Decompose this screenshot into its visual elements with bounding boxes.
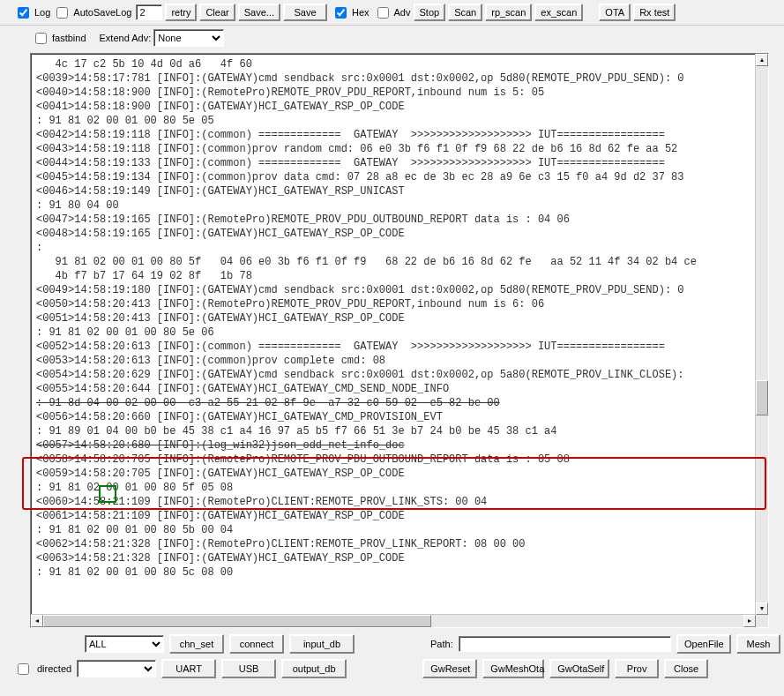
adv-checkbox[interactable] xyxy=(377,7,389,19)
scroll-corner xyxy=(756,615,768,627)
log-pane: 4c 17 c2 5b 10 4d 0d a6 4f 60 <0039>14:5… xyxy=(30,53,769,628)
horizontal-scrollbar[interactable]: ◂ ▸ xyxy=(31,614,756,627)
all-select[interactable]: ALL xyxy=(85,635,164,653)
input-db-button[interactable]: input_db xyxy=(289,634,355,654)
save-button[interactable]: Save xyxy=(283,4,327,21)
scroll-left-button[interactable]: ◂ xyxy=(31,615,43,627)
log-content[interactable]: 4c 17 c2 5b 10 4d 0d a6 4f 60 <0039>14:5… xyxy=(31,54,756,615)
fastbind-checkbox[interactable] xyxy=(35,33,47,44)
rx-test-button[interactable]: Rx test xyxy=(633,4,676,21)
gwotaself-button[interactable]: GwOtaSelf xyxy=(549,659,609,678)
stop-button[interactable]: Stop xyxy=(414,4,446,21)
ota-button[interactable]: OTA xyxy=(599,4,631,21)
scroll-thumb-vertical[interactable] xyxy=(756,380,768,415)
close-button[interactable]: Close xyxy=(664,659,708,678)
path-label: Path: xyxy=(430,639,453,649)
extend-adv-label: Extend Adv: xyxy=(100,33,152,43)
chn-set-button[interactable]: chn_set xyxy=(169,634,224,654)
gwmeshota-button[interactable]: GwMeshOta xyxy=(482,659,544,678)
fastbind-label: fastbind xyxy=(52,33,86,43)
hex-checkbox[interactable] xyxy=(335,7,347,19)
log-label: Log xyxy=(34,7,50,18)
scroll-up-button[interactable]: ▴ xyxy=(756,54,768,66)
directed-label: directed xyxy=(37,663,71,674)
rp-scan-button[interactable]: rp_scan xyxy=(485,4,532,21)
vertical-scrollbar[interactable]: ▴ ▾ xyxy=(755,54,768,615)
prov-button[interactable]: Prov xyxy=(615,659,659,678)
scroll-thumb-horizontal[interactable] xyxy=(43,615,431,627)
autosave-checkbox[interactable] xyxy=(56,7,68,19)
output-db-button[interactable]: output_db xyxy=(281,659,347,678)
gwreset-button[interactable]: GwReset xyxy=(422,659,477,678)
mesh-button[interactable]: Mesh xyxy=(736,634,780,654)
hex-label: Hex xyxy=(352,7,370,18)
directed-select[interactable] xyxy=(77,660,156,677)
retry-button[interactable]: retry xyxy=(165,4,197,21)
extend-adv-select[interactable]: None xyxy=(153,29,224,47)
ex-scan-button[interactable]: ex_scan xyxy=(534,4,583,21)
retry-input[interactable] xyxy=(136,4,162,20)
clear-button[interactable]: Clear xyxy=(199,4,235,21)
save-as-button[interactable]: Save... xyxy=(238,4,280,21)
usb-button[interactable]: USB xyxy=(221,659,276,678)
connect-button[interactable]: connect xyxy=(229,634,284,654)
uart-button[interactable]: UART xyxy=(161,659,216,678)
directed-checkbox[interactable] xyxy=(18,663,29,675)
scroll-down-button[interactable]: ▾ xyxy=(756,602,768,615)
path-input[interactable] xyxy=(459,636,671,652)
adv-label: Adv xyxy=(394,7,411,18)
openfile-button[interactable]: OpenFile xyxy=(676,634,731,654)
scroll-right-button[interactable]: ▸ xyxy=(743,615,756,627)
scan-button[interactable]: Scan xyxy=(448,4,482,21)
autosave-label: AutoSaveLog xyxy=(73,7,131,18)
log-checkbox[interactable] xyxy=(18,7,29,19)
